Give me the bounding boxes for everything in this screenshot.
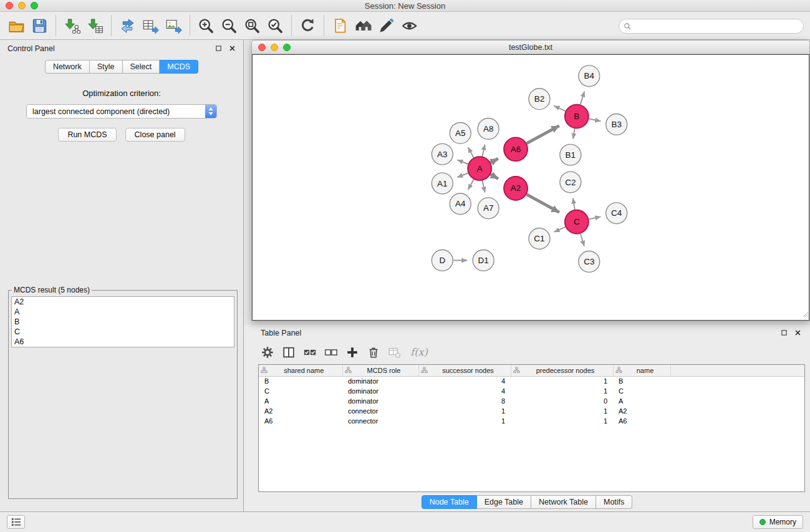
node-A6[interactable]: A6 (504, 137, 528, 161)
edge-A-A6[interactable] (491, 158, 498, 162)
node-C4[interactable]: C4 (606, 203, 627, 224)
cell-name[interactable]: A (613, 396, 670, 406)
show-panels-button[interactable] (7, 515, 25, 529)
save-session-button[interactable] (28, 14, 51, 37)
add-row-button[interactable] (342, 342, 362, 362)
tab-network-table[interactable]: Network Table (531, 495, 596, 509)
node-B[interactable]: B (565, 105, 589, 128)
network-canvas[interactable]: B4B2BB3A5A8A6A3B1AC2A1A2A4A7C4CC1DD1C3 (252, 54, 809, 321)
edge-A-A1[interactable] (457, 173, 468, 178)
node-B2[interactable]: B2 (529, 89, 550, 110)
network-window-titlebar[interactable]: testGlobe.txt (252, 41, 809, 54)
open-session-button[interactable] (5, 14, 28, 37)
edge-A6-B[interactable] (527, 126, 559, 143)
annotation-pen-button[interactable] (375, 14, 398, 37)
edge-A-A7[interactable] (482, 181, 485, 193)
cell-MCDS-role[interactable]: dominator (342, 376, 418, 386)
network-close-traffic-light[interactable] (258, 44, 266, 51)
edge-A-A8[interactable] (482, 145, 485, 157)
node-A3[interactable]: A3 (432, 143, 453, 165)
edge-C-C3[interactable] (581, 234, 584, 246)
cell-successor-nodes[interactable]: 1 (418, 406, 511, 416)
tab-mcds[interactable]: MCDS (160, 60, 198, 74)
zoom-in-button[interactable] (195, 14, 218, 37)
result-item[interactable]: C (12, 327, 234, 337)
column-header-predecessor-nodes[interactable]: predecessor nodes (511, 365, 613, 376)
cell-predecessor-nodes[interactable]: 1 (511, 386, 613, 396)
cell-MCDS-role[interactable]: dominator (342, 386, 418, 396)
result-item[interactable]: A6 (12, 337, 234, 347)
result-item[interactable]: B (12, 317, 234, 327)
cell-shared-name[interactable]: A (259, 396, 342, 406)
cell-successor-nodes[interactable]: 4 (418, 386, 511, 396)
node-C2[interactable]: C2 (560, 172, 581, 193)
columns-button[interactable] (279, 342, 298, 362)
network-graph[interactable]: B4B2BB3A5A8A6A3B1AC2A1A2A4A7C4CC1DD1C3 (253, 55, 809, 320)
minimize-traffic-light[interactable] (18, 2, 26, 9)
node-B1[interactable]: B1 (560, 144, 581, 165)
cell-predecessor-nodes[interactable]: 1 (511, 376, 613, 386)
optimization-criterion-dropdown[interactable]: largest connected component (directed) (26, 104, 217, 118)
open-doc-button[interactable] (329, 14, 352, 37)
node-A8[interactable]: A8 (478, 118, 499, 140)
node-A2[interactable]: A2 (504, 177, 528, 200)
edge-A2-C[interactable] (527, 195, 559, 213)
table-row[interactable]: Bdominator41B (259, 376, 804, 386)
tab-style[interactable]: Style (90, 60, 123, 74)
table-row[interactable]: Adominator80A (259, 396, 804, 406)
node-C1[interactable]: C1 (529, 228, 550, 249)
cell-successor-nodes[interactable]: 1 (418, 416, 511, 426)
show-graphics-button[interactable] (398, 14, 421, 37)
cell-name[interactable]: B (613, 376, 670, 386)
cell-MCDS-role[interactable]: dominator (342, 396, 418, 406)
cell-MCDS-role[interactable]: connector (342, 416, 418, 426)
edge-C-C2[interactable] (573, 198, 575, 210)
node-A1[interactable]: A1 (432, 173, 453, 194)
table-row[interactable]: A2connector11A2 (259, 406, 804, 416)
import-network-button[interactable] (60, 14, 84, 37)
table-row[interactable]: Cdominator41C (259, 386, 804, 396)
node-A4[interactable]: A4 (450, 193, 471, 215)
cell-name[interactable]: A6 (613, 416, 670, 426)
column-header-MCDS-role[interactable]: MCDS role (342, 365, 418, 376)
control-panel-float-button[interactable] (215, 45, 222, 52)
cell-name[interactable]: A2 (613, 406, 670, 416)
column-header-shared-name[interactable]: shared name (259, 365, 342, 376)
export-table-button[interactable] (139, 14, 162, 37)
home-button[interactable] (352, 14, 375, 37)
zoom-fit-button[interactable] (241, 14, 264, 37)
cell-successor-nodes[interactable]: 8 (418, 396, 511, 406)
node-D1[interactable]: D1 (473, 250, 494, 271)
table-panel-float-button[interactable] (781, 329, 788, 336)
tab-motifs[interactable]: Motifs (596, 495, 632, 509)
function-builder-button[interactable]: f(x) (406, 342, 432, 362)
cell-predecessor-nodes[interactable]: 0 (511, 396, 613, 406)
table-panel-close-button[interactable] (794, 329, 801, 336)
close-traffic-light[interactable] (6, 2, 13, 9)
table-row[interactable]: A6connector11A6 (259, 416, 804, 426)
memory-button[interactable]: Memory (753, 515, 803, 529)
export-image-button[interactable] (162, 14, 185, 37)
result-item[interactable]: A (12, 307, 234, 317)
edge-B-B2[interactable] (554, 106, 566, 111)
column-header-name[interactable]: name (613, 365, 670, 376)
cell-predecessor-nodes[interactable]: 1 (511, 416, 613, 426)
cell-successor-nodes[interactable]: 4 (418, 376, 511, 386)
edge-A-A3[interactable] (458, 160, 468, 164)
edge-A-A5[interactable] (468, 147, 474, 158)
search-input[interactable] (632, 22, 799, 31)
node-B3[interactable]: B3 (606, 114, 627, 135)
edge-C-C4[interactable] (589, 216, 600, 219)
select-all-button[interactable] (300, 342, 319, 362)
delete-table-button[interactable] (385, 342, 404, 362)
result-item[interactable]: A2 (12, 297, 234, 307)
control-panel-close-button[interactable] (229, 45, 236, 52)
tab-network[interactable]: Network (45, 60, 90, 74)
tab-edge-table[interactable]: Edge Table (477, 495, 531, 509)
column-header-successor-nodes[interactable]: successor nodes (418, 365, 511, 376)
refresh-button[interactable] (296, 14, 319, 37)
network-zoom-traffic-light[interactable] (283, 44, 291, 51)
delete-row-button[interactable] (364, 342, 383, 362)
import-table-button[interactable] (84, 14, 107, 37)
export-network-button[interactable] (116, 14, 139, 37)
